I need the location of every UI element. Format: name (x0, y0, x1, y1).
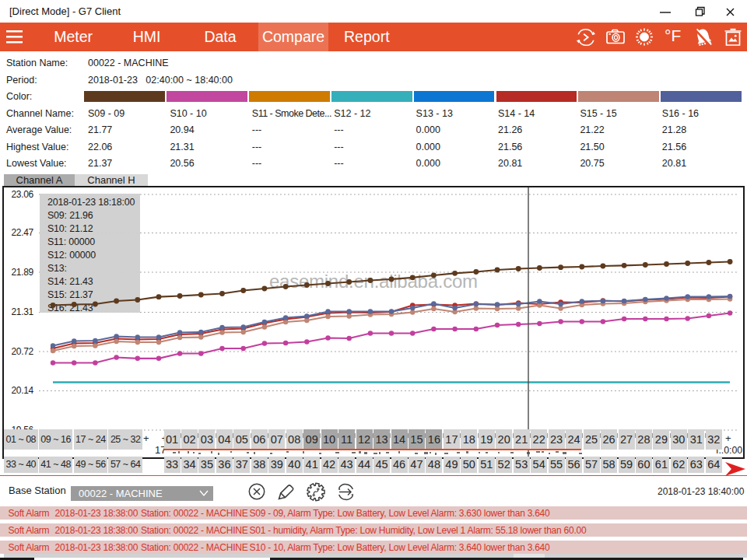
svg-text:easemind.en.alibaba.com: easemind.en.alibaba.com (269, 271, 478, 292)
